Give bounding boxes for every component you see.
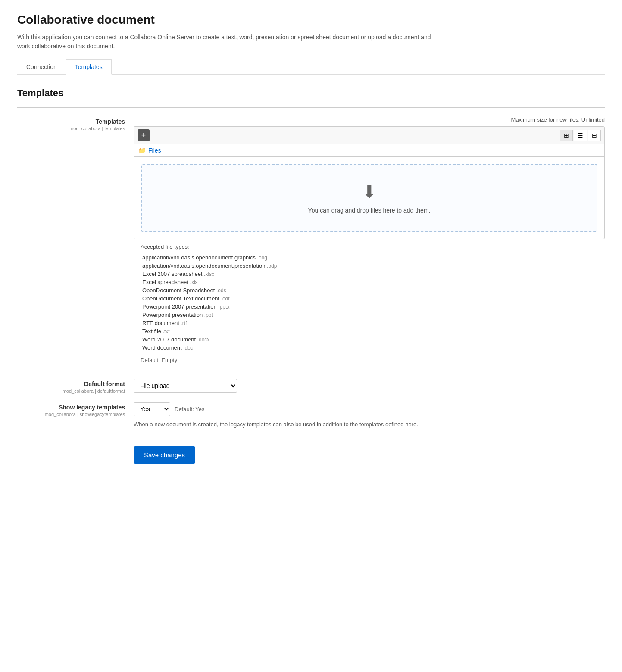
file-manager-toolbar: + ⊞ ☰ ⊟ xyxy=(134,127,604,144)
show-legacy-label-col: Show legacy templates mod_collabora | sh… xyxy=(17,402,134,417)
ext: .odg xyxy=(257,255,267,261)
add-file-button[interactable]: + xyxy=(138,129,150,141)
list-item: application/vnd.oasis.opendocument.graph… xyxy=(142,254,598,261)
templates-sublabel: mod_collabora | templates xyxy=(17,126,125,131)
section-divider xyxy=(17,107,605,108)
list-item: OpenDocument Spreadsheet .ods xyxy=(142,287,598,294)
accepted-types: Accepted file types: application/vnd.oas… xyxy=(134,239,605,370)
file-type-list: application/vnd.oasis.opendocument.graph… xyxy=(141,254,598,351)
default-format-content: File upload xyxy=(134,379,605,393)
show-legacy-select[interactable]: Yes xyxy=(134,402,170,416)
download-icon: ⬇ xyxy=(150,182,588,202)
default-format-label: Default format xyxy=(17,381,125,388)
file-manager: + ⊞ ☰ ⊟ 📁 Files ⬇ xyxy=(134,126,605,239)
legacy-description: When a new document is created, the lega… xyxy=(134,420,418,429)
section-title: Templates xyxy=(17,88,605,99)
templates-label: Templates xyxy=(17,118,125,125)
default-format-sublabel: mod_collabora | defaultformat xyxy=(17,388,125,394)
page-title: Collaborative document xyxy=(17,13,605,27)
show-legacy-inline: Yes Default: Yes xyxy=(134,402,605,416)
default-format-select[interactable]: File upload xyxy=(134,379,237,393)
show-legacy-sublabel: mod_collabora | showlegacytemplates xyxy=(17,412,125,417)
grid-icon: ⊞ xyxy=(564,132,569,139)
show-legacy-row: Show legacy templates mod_collabora | sh… xyxy=(17,402,605,429)
drop-text: You can drag and drop files here to add … xyxy=(308,207,431,214)
show-legacy-content: Yes Default: Yes When a new document is … xyxy=(134,402,605,429)
tabs-bar: Connection Templates xyxy=(17,59,605,75)
ext: .txt xyxy=(163,328,170,334)
drop-zone[interactable]: ⬇ You can drag and drop files here to ad… xyxy=(141,164,597,232)
templates-content: Maximum size for new files: Unlimited + … xyxy=(134,116,605,370)
ext: .xls xyxy=(190,279,198,285)
ext: .odt xyxy=(221,296,230,302)
default-format-label-col: Default format mod_collabora | defaultfo… xyxy=(17,379,134,394)
show-legacy-default: Default: Yes xyxy=(175,406,204,413)
list-item: RTF document .rtf xyxy=(142,320,598,326)
ext: .pptx xyxy=(218,304,229,310)
list-view-button[interactable]: ☰ xyxy=(574,130,587,141)
show-legacy-label: Show legacy templates xyxy=(17,404,125,411)
default-format-row: Default format mod_collabora | defaultfo… xyxy=(17,379,605,394)
ext: .odp xyxy=(267,263,277,269)
templates-label-col: Templates mod_collabora | templates xyxy=(17,116,134,131)
ext: .ppt xyxy=(204,312,213,318)
ext: .xlsx xyxy=(204,271,214,277)
save-label-spacer xyxy=(17,438,134,439)
list-item: Excel spreadsheet .xls xyxy=(142,279,598,285)
list-item: Powerpoint presentation .ppt xyxy=(142,312,598,318)
save-content: Save changes xyxy=(134,438,605,464)
tab-connection[interactable]: Connection xyxy=(17,59,66,74)
list-item: Powerpoint 2007 presentation .pptx xyxy=(142,303,598,310)
files-folder-link[interactable]: Files xyxy=(148,147,161,154)
list-item: application/vnd.oasis.opendocument.prese… xyxy=(142,263,598,269)
ext: .rtf xyxy=(181,320,187,326)
list-item: Word document .doc xyxy=(142,344,598,351)
list-item: Text file .txt xyxy=(142,328,598,334)
list-item: OpenDocument Text document .odt xyxy=(142,295,598,302)
list-item: Word 2007 document .docx xyxy=(142,336,598,343)
tab-templates[interactable]: Templates xyxy=(66,59,112,75)
list-icon: ☰ xyxy=(578,132,583,139)
view-buttons: ⊞ ☰ ⊟ xyxy=(560,130,601,141)
ext: .docx xyxy=(197,337,210,343)
max-size-info: Maximum size for new files: Unlimited xyxy=(134,116,605,123)
ext: .doc xyxy=(183,345,193,351)
default-empty: Default: Empty xyxy=(141,357,598,363)
accepted-types-title: Accepted file types: xyxy=(141,244,598,250)
page-description: With this application you can connect to… xyxy=(17,33,431,51)
folder-icon: 📁 xyxy=(138,147,146,154)
list-item: Excel 2007 spreadsheet .xlsx xyxy=(142,271,598,277)
plus-icon: + xyxy=(141,131,146,140)
detail-view-button[interactable]: ⊟ xyxy=(588,130,601,141)
save-button[interactable]: Save changes xyxy=(134,446,195,464)
templates-row: Templates mod_collabora | templates Maxi… xyxy=(17,116,605,370)
detail-icon: ⊟ xyxy=(592,132,597,139)
ext: .ods xyxy=(216,288,226,294)
save-row: Save changes xyxy=(17,438,605,464)
grid-view-button[interactable]: ⊞ xyxy=(560,130,573,141)
file-manager-nav: 📁 Files xyxy=(134,144,604,157)
